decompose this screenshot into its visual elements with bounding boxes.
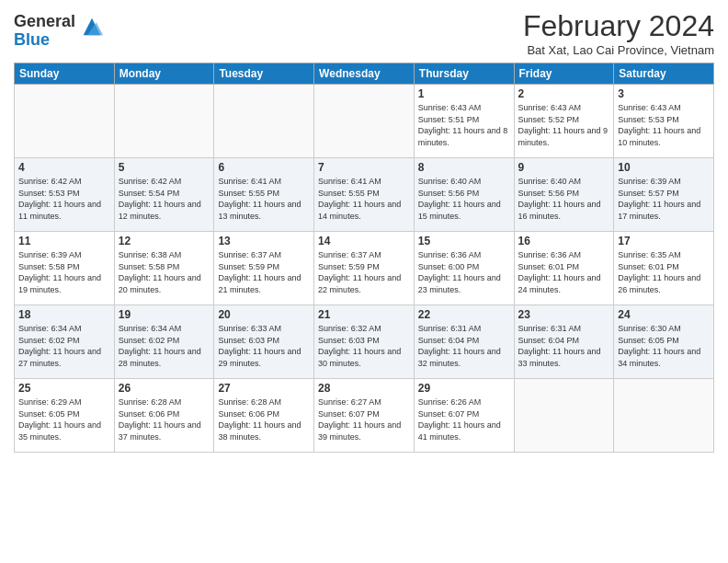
day-number: 11 xyxy=(18,235,110,247)
calendar-cell: 4Sunrise: 6:42 AMSunset: 5:53 PMDaylight… xyxy=(15,158,115,232)
calendar-cell: 14Sunrise: 6:37 AMSunset: 5:59 PMDayligh… xyxy=(314,232,415,305)
day-number: 3 xyxy=(618,87,710,100)
day-number: 4 xyxy=(18,161,110,174)
day-number: 9 xyxy=(518,161,610,174)
calendar-cell: 20Sunrise: 6:33 AMSunset: 6:03 PMDayligh… xyxy=(214,305,314,379)
calendar-header-monday: Monday xyxy=(114,63,214,85)
logo: General Blue xyxy=(14,13,105,50)
calendar-cell: 24Sunrise: 6:30 AMSunset: 6:05 PMDayligh… xyxy=(614,305,714,379)
day-number: 29 xyxy=(418,382,510,395)
logo-blue: Blue xyxy=(14,31,75,50)
day-info: Sunrise: 6:42 AMSunset: 5:53 PMDaylight:… xyxy=(18,176,110,222)
calendar-cell: 2Sunrise: 6:43 AMSunset: 5:52 PMDaylight… xyxy=(514,85,614,158)
day-info: Sunrise: 6:43 AMSunset: 5:51 PMDaylight:… xyxy=(418,102,510,148)
day-number: 19 xyxy=(119,308,210,321)
month-title: February 2024 xyxy=(523,9,714,43)
calendar-cell: 15Sunrise: 6:36 AMSunset: 6:00 PMDayligh… xyxy=(414,232,514,305)
calendar-header-tuesday: Tuesday xyxy=(214,63,314,85)
calendar-week-row: 4Sunrise: 6:42 AMSunset: 5:53 PMDaylight… xyxy=(15,158,714,232)
day-number: 6 xyxy=(218,161,310,174)
day-number: 1 xyxy=(418,87,510,100)
day-info: Sunrise: 6:43 AMSunset: 5:52 PMDaylight:… xyxy=(518,102,610,148)
day-number: 7 xyxy=(318,161,410,174)
day-number: 5 xyxy=(119,161,210,174)
calendar-cell: 27Sunrise: 6:28 AMSunset: 6:06 PMDayligh… xyxy=(214,379,314,453)
calendar-cell: 5Sunrise: 6:42 AMSunset: 5:54 PMDaylight… xyxy=(114,158,214,232)
day-info: Sunrise: 6:34 AMSunset: 6:02 PMDaylight:… xyxy=(18,323,110,369)
calendar-cell: 21Sunrise: 6:32 AMSunset: 6:03 PMDayligh… xyxy=(314,305,415,379)
day-number: 28 xyxy=(318,382,410,395)
logo-general: General xyxy=(14,13,75,31)
day-info: Sunrise: 6:40 AMSunset: 5:56 PMDaylight:… xyxy=(518,176,610,222)
day-number: 17 xyxy=(618,235,710,247)
calendar-cell: 23Sunrise: 6:31 AMSunset: 6:04 PMDayligh… xyxy=(514,305,614,379)
calendar-cell: 11Sunrise: 6:39 AMSunset: 5:58 PMDayligh… xyxy=(15,232,115,305)
day-number: 2 xyxy=(518,87,610,100)
day-number: 8 xyxy=(418,161,510,174)
day-number: 14 xyxy=(318,235,410,247)
calendar-cell: 10Sunrise: 6:39 AMSunset: 5:57 PMDayligh… xyxy=(614,158,714,232)
calendar-cell: 13Sunrise: 6:37 AMSunset: 5:59 PMDayligh… xyxy=(214,232,314,305)
calendar-cell xyxy=(114,85,214,158)
day-info: Sunrise: 6:39 AMSunset: 5:58 PMDaylight:… xyxy=(18,249,110,295)
day-info: Sunrise: 6:33 AMSunset: 6:03 PMDaylight:… xyxy=(218,323,310,369)
day-number: 26 xyxy=(119,382,210,395)
page: General Blue February 2024 Bat Xat, Lao … xyxy=(0,0,728,563)
calendar-header-wednesday: Wednesday xyxy=(314,63,415,85)
calendar-cell: 3Sunrise: 6:43 AMSunset: 5:53 PMDaylight… xyxy=(614,85,714,158)
calendar-cell: 12Sunrise: 6:38 AMSunset: 5:58 PMDayligh… xyxy=(114,232,214,305)
day-number: 23 xyxy=(518,308,610,321)
day-number: 20 xyxy=(218,308,310,321)
calendar-week-row: 25Sunrise: 6:29 AMSunset: 6:05 PMDayligh… xyxy=(15,379,714,453)
day-number: 25 xyxy=(18,382,110,395)
calendar-cell: 6Sunrise: 6:41 AMSunset: 5:55 PMDaylight… xyxy=(214,158,314,232)
calendar-week-row: 18Sunrise: 6:34 AMSunset: 6:02 PMDayligh… xyxy=(15,305,714,379)
day-number: 13 xyxy=(218,235,310,247)
day-number: 18 xyxy=(18,308,110,321)
calendar-header-row: SundayMondayTuesdayWednesdayThursdayFrid… xyxy=(15,63,714,85)
calendar-cell: 26Sunrise: 6:28 AMSunset: 6:06 PMDayligh… xyxy=(114,379,214,453)
calendar-header-friday: Friday xyxy=(514,63,614,85)
calendar-header-thursday: Thursday xyxy=(414,63,514,85)
calendar-cell xyxy=(15,85,115,158)
calendar-cell: 25Sunrise: 6:29 AMSunset: 6:05 PMDayligh… xyxy=(15,379,115,453)
day-info: Sunrise: 6:41 AMSunset: 5:55 PMDaylight:… xyxy=(318,176,410,222)
calendar-cell: 17Sunrise: 6:35 AMSunset: 6:01 PMDayligh… xyxy=(614,232,714,305)
calendar-cell xyxy=(614,379,714,453)
calendar-cell: 19Sunrise: 6:34 AMSunset: 6:02 PMDayligh… xyxy=(114,305,214,379)
day-info: Sunrise: 6:27 AMSunset: 6:07 PMDaylight:… xyxy=(318,396,410,442)
day-info: Sunrise: 6:28 AMSunset: 6:06 PMDaylight:… xyxy=(218,396,310,442)
calendar-cell xyxy=(514,379,614,453)
day-info: Sunrise: 6:28 AMSunset: 6:06 PMDaylight:… xyxy=(119,396,210,442)
day-info: Sunrise: 6:37 AMSunset: 5:59 PMDaylight:… xyxy=(318,249,410,295)
calendar-header-sunday: Sunday xyxy=(15,63,115,85)
day-info: Sunrise: 6:43 AMSunset: 5:53 PMDaylight:… xyxy=(618,102,710,148)
day-info: Sunrise: 6:35 AMSunset: 6:01 PMDaylight:… xyxy=(618,249,710,295)
day-number: 22 xyxy=(418,308,510,321)
day-info: Sunrise: 6:38 AMSunset: 5:58 PMDaylight:… xyxy=(119,249,210,295)
calendar-week-row: 11Sunrise: 6:39 AMSunset: 5:58 PMDayligh… xyxy=(15,232,714,305)
day-info: Sunrise: 6:36 AMSunset: 6:01 PMDaylight:… xyxy=(518,249,610,295)
day-number: 12 xyxy=(119,235,210,247)
day-number: 27 xyxy=(218,382,310,395)
day-info: Sunrise: 6:39 AMSunset: 5:57 PMDaylight:… xyxy=(618,176,710,222)
day-info: Sunrise: 6:32 AMSunset: 6:03 PMDaylight:… xyxy=(318,323,410,369)
calendar-cell: 29Sunrise: 6:26 AMSunset: 6:07 PMDayligh… xyxy=(414,379,514,453)
day-info: Sunrise: 6:42 AMSunset: 5:54 PMDaylight:… xyxy=(119,176,210,222)
day-info: Sunrise: 6:34 AMSunset: 6:02 PMDaylight:… xyxy=(119,323,210,369)
day-info: Sunrise: 6:41 AMSunset: 5:55 PMDaylight:… xyxy=(218,176,310,222)
calendar-cell xyxy=(314,85,415,158)
calendar-cell: 7Sunrise: 6:41 AMSunset: 5:55 PMDaylight… xyxy=(314,158,415,232)
calendar-cell: 8Sunrise: 6:40 AMSunset: 5:56 PMDaylight… xyxy=(414,158,514,232)
calendar-cell: 18Sunrise: 6:34 AMSunset: 6:02 PMDayligh… xyxy=(15,305,115,379)
day-info: Sunrise: 6:31 AMSunset: 6:04 PMDaylight:… xyxy=(418,323,510,369)
calendar-cell: 9Sunrise: 6:40 AMSunset: 5:56 PMDaylight… xyxy=(514,158,614,232)
calendar-cell: 16Sunrise: 6:36 AMSunset: 6:01 PMDayligh… xyxy=(514,232,614,305)
day-number: 15 xyxy=(418,235,510,247)
day-info: Sunrise: 6:36 AMSunset: 6:00 PMDaylight:… xyxy=(418,249,510,295)
header: General Blue February 2024 Bat Xat, Lao … xyxy=(14,9,714,57)
day-info: Sunrise: 6:26 AMSunset: 6:07 PMDaylight:… xyxy=(418,396,510,442)
day-info: Sunrise: 6:40 AMSunset: 5:56 PMDaylight:… xyxy=(418,176,510,222)
calendar-cell: 28Sunrise: 6:27 AMSunset: 6:07 PMDayligh… xyxy=(314,379,415,453)
calendar-header-saturday: Saturday xyxy=(614,63,714,85)
